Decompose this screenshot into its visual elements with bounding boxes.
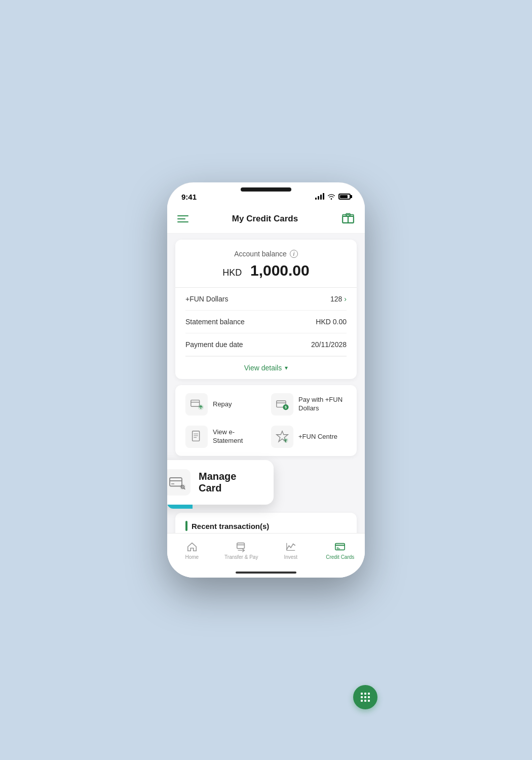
svg-rect-39: [368, 696, 370, 698]
balance-card: Account balance i HKD 1,000.00 +FUN Doll…: [175, 240, 357, 379]
svg-rect-41: [364, 700, 366, 702]
nav-home-label: Home: [185, 554, 199, 560]
fun-dollars-label: +FUN Dollars: [185, 295, 228, 303]
wifi-icon: [327, 194, 335, 200]
status-icons: [315, 194, 351, 200]
fun-dollars-row[interactable]: +FUN Dollars 128 ›: [185, 288, 347, 311]
chevron-down-icon: ▾: [285, 364, 288, 371]
svg-rect-20: [170, 478, 182, 486]
manage-card-button[interactable]: Manage Card: [167, 460, 274, 505]
status-time: 9:41: [181, 193, 197, 201]
transactions-section: Recent transaction(s) Today SALES: MARKE…: [175, 513, 357, 533]
svg-rect-35: [364, 693, 366, 695]
payment-due-row: Payment due date 20/11/2028: [185, 333, 347, 356]
invest-icon: [285, 541, 296, 552]
signal-icon: [315, 194, 324, 200]
repay-icon: [189, 397, 204, 411]
nav-credit-cards-label: Credit Cards: [326, 554, 354, 560]
app-content: My Credit Cards Account balance i: [167, 205, 365, 578]
home-indicator: [167, 567, 365, 578]
balance-value: 1,000.00: [250, 262, 310, 279]
app-header: My Credit Cards: [167, 205, 365, 234]
info-icon[interactable]: i: [290, 250, 298, 258]
payment-due-value: 20/11/2028: [311, 340, 347, 349]
svg-rect-37: [361, 696, 363, 698]
repay-label: Repay: [213, 400, 232, 409]
svg-rect-36: [368, 693, 370, 695]
fun-dollars-value: 128 ›: [330, 295, 347, 303]
nav-invest-label: Invest: [284, 554, 297, 560]
notch: [241, 187, 291, 192]
svg-rect-4: [191, 400, 200, 407]
fun-centre-label: +FUN Centre: [298, 433, 337, 441]
estatement-icon: [189, 430, 204, 444]
section-accent: [185, 521, 187, 531]
fun-centre-action[interactable]: +FUN Centre: [271, 426, 347, 448]
nav-invest[interactable]: Invest: [266, 537, 316, 564]
scroll-area[interactable]: Account balance i HKD 1,000.00 +FUN Doll…: [167, 234, 365, 533]
fun-centre-icon: [275, 430, 289, 444]
credit-card-icon: [334, 541, 346, 552]
estatement-label: View e-Statement: [213, 428, 261, 445]
nav-transfer-label: Transfer & Pay: [224, 554, 258, 560]
transfer-icon: [236, 541, 247, 552]
fab-button[interactable]: [353, 685, 377, 709]
bottom-nav: Home Transfer & Pay Invest: [167, 533, 365, 567]
svg-rect-34: [361, 693, 363, 695]
balance-label: Account balance: [234, 250, 287, 258]
svg-rect-19: [285, 440, 286, 443]
manage-card-section: Manage Card: [167, 460, 365, 509]
svg-text:$: $: [285, 405, 287, 409]
svg-rect-40: [361, 700, 363, 702]
menu-button[interactable]: [177, 215, 188, 222]
page-title: My Credit Cards: [232, 214, 298, 224]
view-details-button[interactable]: View details ▾: [185, 356, 347, 379]
statement-balance-value: HKD 0.00: [316, 318, 347, 326]
home-icon: [186, 541, 198, 552]
payment-due-label: Payment due date: [185, 340, 243, 349]
nav-credit-cards[interactable]: Credit Cards: [316, 537, 365, 564]
battery-icon: [338, 194, 351, 200]
statement-balance-label: Statement balance: [185, 318, 245, 326]
svg-rect-38: [364, 696, 366, 698]
chevron-right-icon: ›: [344, 295, 347, 303]
svg-rect-42: [368, 700, 370, 702]
nav-transfer[interactable]: Transfer & Pay: [217, 537, 267, 564]
statement-balance-row: Statement balance HKD 0.00: [185, 311, 347, 333]
fab-icon: [359, 691, 371, 703]
phone-frame: 9:41: [167, 182, 365, 578]
manage-card-label: Manage Card: [199, 471, 261, 494]
transactions-title: Recent transaction(s): [192, 522, 269, 530]
gift-button[interactable]: [341, 211, 355, 227]
pay-fun-icon: $: [275, 397, 289, 411]
svg-point-24: [182, 486, 183, 487]
pay-fun-action[interactable]: $ Pay with +FUN Dollars: [271, 393, 347, 415]
svg-rect-12: [193, 431, 200, 441]
quick-actions-grid: Repay $ Pay with +FUN Dollars: [175, 385, 357, 456]
nav-home[interactable]: Home: [167, 537, 217, 564]
estatement-action[interactable]: View e-Statement: [185, 426, 261, 448]
pay-fun-label: Pay with +FUN Dollars: [298, 396, 347, 413]
status-bar: 9:41: [167, 182, 365, 205]
repay-action[interactable]: Repay: [185, 393, 261, 415]
svg-rect-3: [343, 215, 354, 216]
balance-amount: HKD 1,000.00: [185, 262, 347, 279]
balance-currency: HKD: [222, 268, 242, 278]
manage-card-icon: [168, 473, 186, 491]
svg-rect-25: [237, 543, 245, 549]
